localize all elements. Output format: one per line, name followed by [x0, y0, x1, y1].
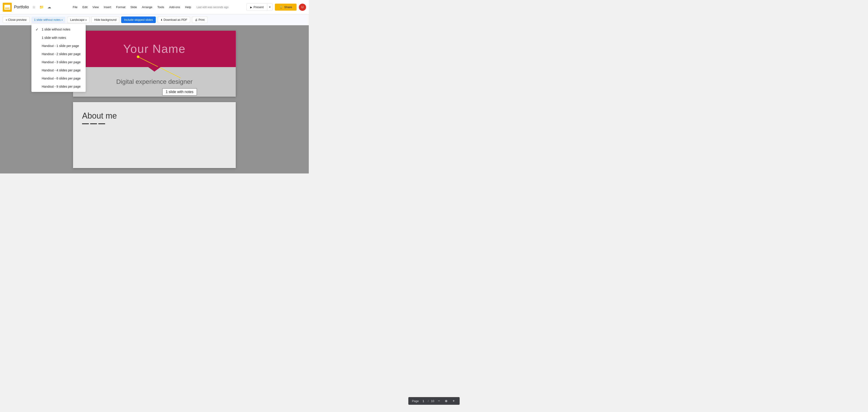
dropdown-item-label: 1 slide with notes [42, 36, 66, 39]
present-label: Present [253, 5, 264, 9]
dropdown-item-1-slide-without-notes[interactable]: ✓ 1 slide without notes [31, 25, 86, 34]
menu-edit[interactable]: Edit [80, 4, 90, 10]
present-button-group: Present ▾ [246, 3, 273, 11]
orientation-label: Landscape [70, 18, 85, 22]
layout-label: 1 slide without notes [34, 18, 61, 22]
dropdown-item-handout-3[interactable]: Handout - 3 slides per page [31, 58, 86, 66]
download-label: Download as PDF [163, 18, 187, 22]
menu-help[interactable]: Help [183, 4, 193, 10]
layout-dropdown-container: 1 slide without notes ✓ 1 slide without … [31, 17, 66, 23]
last-edit-status: Last edit was seconds ago [196, 6, 228, 9]
dropdown-item-label: Handout - 2 slides per page [42, 52, 81, 56]
orientation-button[interactable]: Landscape [67, 16, 90, 23]
dropdown-item-handout-1[interactable]: Handout - 1 slide per page [31, 42, 86, 50]
dropdown-item-handout-2[interactable]: Handout - 2 slides per page [31, 50, 86, 58]
download-pdf-button[interactable]: Download as PDF [158, 16, 190, 23]
hide-background-button[interactable]: Hide background [91, 16, 119, 23]
layout-dropdown-menu: ✓ 1 slide without notes 1 slide with not… [31, 24, 86, 92]
dropdown-item-label: 1 slide without notes [42, 28, 70, 31]
chevron-down-icon [86, 18, 87, 22]
title-bar: Portfolio ☆ 📁 ☁ File Edit View Insert Fo… [0, 0, 309, 14]
slide-top-section: Your Name [73, 31, 236, 67]
title-icons: ☆ 📁 ☁ [31, 4, 53, 10]
slide-1: Your Name Digital experience designer 1 … [73, 31, 236, 97]
slide-1-content: Your Name Digital experience designer 1 … [73, 31, 236, 97]
dash-3 [98, 123, 105, 124]
monitor-icon [250, 5, 252, 9]
present-dropdown-button[interactable]: ▾ [267, 4, 272, 10]
menu-view[interactable]: View [90, 4, 101, 10]
menu-format[interactable]: Format [114, 4, 128, 10]
check-icon: ✓ [35, 27, 39, 31]
dropdown-item-label: Handout - 4 slides per page [42, 68, 81, 72]
include-skipped-button[interactable]: Include skipped slides [121, 16, 156, 23]
folder-button[interactable]: 📁 [38, 4, 45, 10]
layout-dropdown-button[interactable]: 1 slide without notes [31, 17, 66, 23]
dropdown-item-handout-6[interactable]: Handout - 6 slides per page [31, 74, 86, 82]
dropdown-item-label: Handout - 3 slides per page [42, 60, 81, 64]
header-right: Present ▾ Share U [246, 3, 306, 11]
cloud-button[interactable]: ☁ [46, 4, 53, 10]
about-divider [82, 123, 227, 124]
printer-icon [195, 18, 197, 22]
dropdown-item-handout-4[interactable]: Handout - 4 slides per page [31, 66, 86, 74]
present-button[interactable]: Present [247, 4, 267, 11]
dropdown-item-label: Handout - 6 slides per page [42, 76, 81, 80]
slide-2-content: About me [73, 102, 236, 168]
slide-2: About me [73, 102, 236, 168]
print-preview-toolbar: « Close preview 1 slide without notes ✓ … [0, 14, 309, 25]
dash-1 [82, 123, 89, 124]
print-button[interactable]: Print [192, 16, 208, 23]
star-button[interactable]: ☆ [31, 4, 37, 10]
share-button[interactable]: Share [275, 4, 297, 11]
dropdown-item-label: Handout - 1 slide per page [42, 44, 79, 48]
chevron-down-icon [61, 18, 63, 22]
lock-icon [279, 5, 283, 9]
dropdown-item-1-slide-with-notes[interactable]: 1 slide with notes [31, 34, 86, 42]
user-avatar[interactable]: U [299, 4, 306, 11]
download-icon [160, 18, 162, 22]
menu-file[interactable]: File [70, 4, 80, 10]
slide-title: Your Name [123, 42, 186, 56]
dropdown-item-label: Handout - 9 slides per page [42, 85, 81, 88]
about-title: About me [82, 111, 227, 121]
app-icon [3, 3, 12, 12]
document-title: Portfolio [14, 5, 29, 9]
share-label: Share [284, 5, 292, 9]
dash-2 [90, 123, 97, 124]
menu-tools[interactable]: Tools [155, 4, 166, 10]
close-preview-button[interactable]: « Close preview [3, 16, 30, 23]
slide-subtitle: Digital experience designer [116, 78, 193, 85]
dropdown-item-handout-9[interactable]: Handout - 9 slides per page [31, 82, 86, 91]
menu-slide[interactable]: Slide [128, 4, 139, 10]
menu-arrange[interactable]: Arrange [140, 4, 155, 10]
slides-logo [4, 5, 10, 10]
print-label: Print [198, 18, 205, 22]
menu-bar: File Edit View Insert Format Slide Arran… [70, 4, 228, 10]
menu-insert[interactable]: Insert [101, 4, 114, 10]
menu-add-ons[interactable]: Add-ons [167, 4, 182, 10]
